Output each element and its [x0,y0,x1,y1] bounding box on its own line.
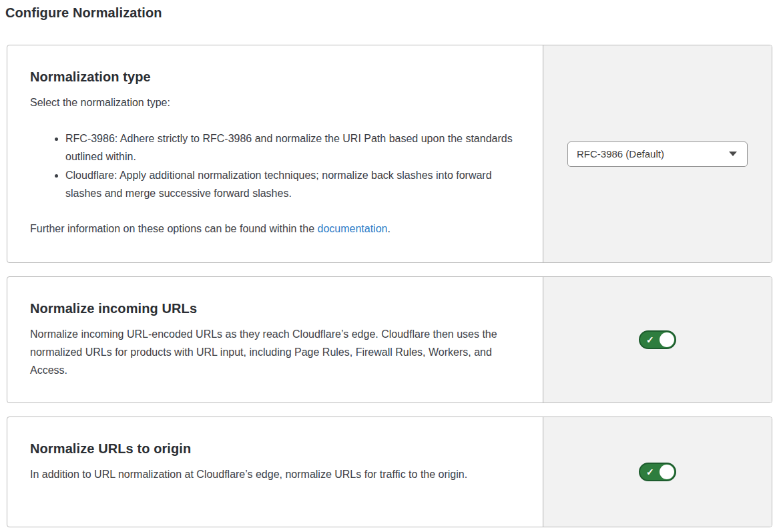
card-content: Normalize incoming URLs Normalize incomi… [7,277,543,403]
card-heading: Normalize incoming URLs [30,301,516,316]
normalization-type-select[interactable]: RFC-3986 (Default) [567,142,748,167]
list-item: RFC-3986: Adhere strictly to RFC-3986 an… [65,129,516,166]
select-value: RFC-3986 (Default) [577,148,664,160]
control-panel: ✓ [543,277,772,403]
settings-card-normalize-incoming-urls: Normalize incoming URLs Normalize incomi… [7,276,772,403]
normalize-urls-to-origin-toggle[interactable]: ✓ [639,463,676,481]
settings-card-normalization-type: Normalization type Select the normalizat… [7,45,772,263]
footer-note-text: Further information on these options can… [30,223,317,234]
footer-note-period: . [387,223,390,234]
normalize-incoming-urls-toggle[interactable]: ✓ [639,330,676,349]
card-description: In addition to URL normalization at Clou… [30,465,516,483]
check-icon: ✓ [646,467,654,477]
toggle-knob [660,465,674,479]
documentation-link[interactable]: documentation [317,223,387,234]
configure-normalization-page: Configure Normalization Normalization ty… [0,0,779,532]
page-title: Configure Normalization [5,5,772,21]
chevron-down-icon [729,152,737,156]
settings-card-normalize-urls-to-origin: Normalize URLs to origin In addition to … [7,417,772,527]
toggle-knob [660,332,674,347]
card-content: Normalize URLs to origin In addition to … [7,417,543,527]
card-description: Normalize incoming URL-encoded URLs as t… [30,325,516,379]
control-panel: ✓ [543,417,772,527]
card-content: Normalization type Select the normalizat… [7,45,543,262]
control-panel: RFC-3986 (Default) [543,45,772,262]
card-heading: Normalization type [30,69,516,85]
list-item: Cloudflare: Apply additional normalizati… [65,166,516,202]
card-heading: Normalize URLs to origin [30,441,516,457]
footer-note: Further information on these options can… [30,220,516,238]
check-icon: ✓ [646,335,654,344]
card-intro: Select the normalization type: [30,93,516,111]
normalization-options-list: RFC-3986: Adhere strictly to RFC-3986 an… [30,129,516,202]
